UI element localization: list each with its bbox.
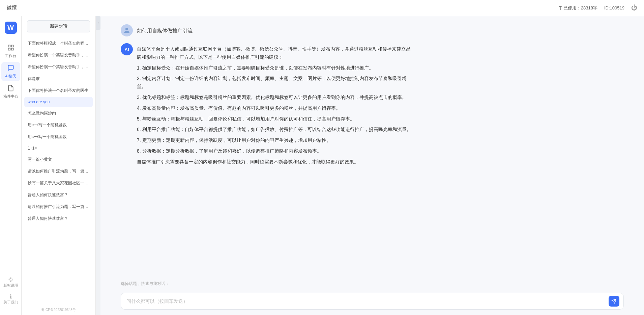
history-list: 下面你将模拟成一个叫圣友的程序员、我说...希望你扮演一个英语发音助手，我提供给… [22,36,95,305]
input-area [100,290,644,315]
topbar-right: T 已使用：28318字 ID:100519 ⏻ [559,4,637,11]
history-item[interactable]: 请以如何推广引流为题，写一篇大纲 [24,166,93,177]
quick-prompts-label: 选择话题，快速与我对话： [121,281,624,287]
ai-response-paragraph: 自媒体平台是个人或团队通过互联网平台（如博客、微博、微信公众号、抖音、快手等）发… [137,45,413,61]
ai-message-bubble: 自媒体平台是个人或团队通过互联网平台（如博客、微博、微信公众号、抖音、快手等）发… [137,43,413,166]
sidebar-item-ai-chat[interactable]: AI聊天 [1,62,20,81]
logo-area: W [5,22,17,34]
ai-avatar: AI [121,43,133,55]
ai-response-paragraph: 2. 制定内容计划：制定一份详细的内容计划，包括发布时间、频率、主题、文案、图片… [137,75,413,91]
about-label: 关于我们 [3,300,18,305]
ai-message-row: AI 自媒体平台是个人或团队通过互联网平台（如博客、微博、微信公众号、抖音、快手… [121,43,624,166]
user-message-bubble: 如何用自媒体做推广引流 [137,24,193,36]
topbar-usage: T 已使用：28318字 [559,5,597,11]
about-icon: ℹ [10,293,12,300]
copyright-label: 版权说明 [3,283,18,288]
history-item[interactable]: 撰写一篇关于八大家花园社区一刻钟便民生... [24,178,93,189]
svg-rect-3 [11,48,13,50]
history-item[interactable]: 希望你扮演一个英语发音助手，我提供给你... [24,61,93,73]
topbar-id: ID:100519 [604,5,624,10]
copyright-icon: © [9,277,13,283]
history-item[interactable]: who are you [24,97,93,107]
chat-main: 如何用自媒体做推广引流 AI 自媒体平台是个人或团队通过互联网平台（如博客、微博… [100,16,644,315]
history-item[interactable]: 请以如何推广引流为题，写一篇大纲 [24,201,93,212]
user-avatar [121,24,133,36]
svg-rect-1 [11,45,13,47]
chevron-left-icon: ‹ [97,21,98,25]
history-item[interactable]: 下面你将扮演一个名叫圣友的医生 [24,85,93,96]
ai-response-paragraph: 1. 确定目标受众：在开始自媒体推广引流之前，需要明确目标受众是谁，以便在发布内… [137,64,413,72]
draft-icon [7,85,14,93]
sidebar-item-copyright[interactable]: © 版权说明 [1,275,20,290]
history-item[interactable]: 普通人如何快速致富？ [24,213,93,224]
history-item[interactable]: 用c++写一个随机函数 [24,131,93,142]
usage-t-icon: T [559,5,562,11]
chat-input[interactable] [126,297,607,305]
topbar-title: 微撰 [7,5,17,11]
history-item[interactable]: 你是谁 [24,73,93,84]
quick-prompts: 选择话题，快速与我对话： [100,278,644,290]
history-item[interactable]: 怎么做狗屎炒肉 [24,108,93,119]
workbench-icon [7,44,14,53]
logo-icon: W [5,22,17,34]
ai-response-paragraph: 8. 分析数据：定期分析数据，了解用户反馈和喜好，以便调整推广策略和内容发布频率… [137,147,413,155]
history-item[interactable]: 希望你扮演一个英语发音助手，我提供给你... [24,50,93,61]
icon-nav: W 工作台 AI聊天 稿件中心 © 版权说明 [0,16,22,315]
history-sidebar: 新建对话 下面你将模拟成一个叫圣友的程序员、我说...希望你扮演一个英语发音助手… [22,16,96,315]
logout-icon[interactable]: ⏻ [631,4,637,11]
svg-point-4 [125,28,128,30]
new-chat-button[interactable]: 新建对话 [27,20,90,32]
ai-response-paragraph: 自媒体推广引流需要具备一定的内容创作和社交能力，同时也需要不断尝试和优化，才能取… [137,158,413,166]
history-item[interactable]: 用c++写一个随机函数 [24,120,93,131]
history-item[interactable]: 下面你将模拟成一个叫圣友的程序员、我说... [24,38,93,49]
topbar: 微撰 T 已使用：28318字 ID:100519 ⏻ [0,0,644,16]
ai-response-paragraph: 5. 与粉丝互动：积极与粉丝互动，回复评论和私信，可以增加用户对你的认可和信任，… [137,115,413,123]
ai-response-paragraph: 7. 定期更新：定期更新内容，保持活跃度，可以让用户对你的内容产生兴趣，增加用户… [137,136,413,145]
ai-response-paragraph: 4. 发布高质量内容：发布高质量、有价值、有趣的内容可以吸引更多的粉丝，并提高用… [137,104,413,112]
svg-rect-0 [8,45,10,47]
sidebar-item-draft[interactable]: 稿件中心 [1,82,20,101]
workbench-label: 工作台 [5,53,16,58]
history-item[interactable]: 普通人如何快速致富？ [24,189,93,201]
input-box [121,293,624,310]
icp-text: 粤ICP备2022019348号 [22,305,95,315]
user-message-row: 如何用自媒体做推广引流 [121,24,624,36]
draft-label: 稿件中心 [3,94,18,99]
app-layout: W 工作台 AI聊天 稿件中心 © 版权说明 [0,16,644,315]
usage-text: 已使用：28318字 [563,5,597,11]
history-item[interactable]: 1+1= [24,143,93,153]
sidebar-item-about[interactable]: ℹ 关于我们 [1,291,20,307]
ai-chat-label: AI聊天 [5,74,16,79]
sidebar-item-workbench[interactable]: 工作台 [1,42,20,61]
ai-response-paragraph: 3. 优化标题和标签：标题和标签是吸引粉丝的重要因素。优化标题和标签可以让更多的… [137,94,413,102]
ai-chat-icon [7,64,14,73]
chat-messages: 如何用自媒体做推广引流 AI 自媒体平台是个人或团队通过互联网平台（如博客、微博… [100,16,644,278]
svg-rect-2 [8,48,10,50]
ai-logo-text: AI [125,47,129,52]
collapse-button[interactable]: ‹ [96,16,100,30]
history-item[interactable]: 写一篇小黄文 [24,154,93,165]
ai-response-paragraph: 6. 利用平台推广功能：自媒体平台都提供了推广功能，如广告投放、付费推广等，可以… [137,126,413,134]
nav-bottom: © 版权说明 ℹ 关于我们 [1,275,20,310]
send-button[interactable] [609,296,619,307]
